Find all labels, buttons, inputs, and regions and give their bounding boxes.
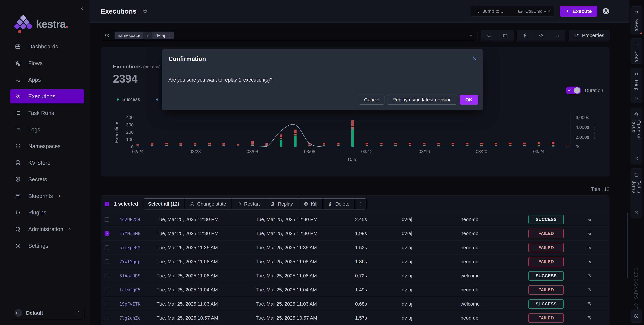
sidebar-item-dashboards[interactable]: Dashboards [0, 38, 89, 55]
flow-cell: neon-db [460, 259, 519, 265]
legend-item-success[interactable]: Success [117, 97, 140, 102]
table-row[interactable]: 2YWIYggpTue, Mar 25, 2025 11:08 AMTue, M… [101, 255, 609, 269]
save-filter-button[interactable] [497, 30, 513, 41]
sidebar-item-task-runs[interactable]: Task Runs [0, 105, 89, 121]
table-row[interactable]: 4c2UE284Tue, Mar 25, 2025 12:30 PMTue, M… [101, 212, 609, 226]
kestra-logo[interactable]: kestra. [15, 15, 68, 33]
trigger-off-button[interactable] [517, 30, 533, 41]
history-icon[interactable] [104, 33, 110, 38]
table-row[interactable]: 7lg2cnZcTue, Mar 25, 2025 10:57 AMTue, M… [101, 311, 609, 325]
status-badge: FAILED [528, 285, 564, 295]
flow-cell: neon-db [460, 245, 519, 250]
flow-cell: welcome [460, 301, 519, 307]
replay-latest-revision-button[interactable]: Replay using latest revision [387, 95, 457, 105]
table-row[interactable]: 1iYNmmM8Tue, Mar 25, 2025 12:30 PMTue, M… [101, 226, 609, 241]
bolt-off-icon [522, 33, 528, 38]
execution-id-link[interactable]: fclwfqC5 [119, 288, 157, 293]
properties-button[interactable]: Properties [569, 30, 610, 41]
sidebar-item-settings[interactable]: Settings [0, 238, 89, 254]
cancel-button[interactable]: Cancel [359, 95, 384, 105]
execution-id-link[interactable]: 4c2UE284 [119, 217, 157, 222]
sidebar-item-administration[interactable]: Administration [0, 221, 89, 238]
rail-tab-open-an-issue[interactable]: Open an Issue [630, 108, 642, 164]
execute-button[interactable]: Execute [560, 6, 598, 17]
row-checkbox[interactable] [104, 274, 109, 278]
row-checkbox[interactable] [104, 245, 109, 250]
table-row[interactable]: 3iAaaRDSTue, Mar 25, 2025 11:08 AMTue, M… [101, 269, 609, 283]
end-date-cell: Tue, Mar 25, 2025 11:04 AM [256, 287, 355, 293]
namespace-cell: dv-aj [402, 273, 460, 279]
execution-id-link[interactable]: 1iYNmmM8 [119, 231, 157, 236]
execution-logs-button[interactable] [587, 245, 592, 251]
filter-input[interactable]: namespace is dv-aj [101, 30, 478, 41]
table-row[interactable]: fclwfqC5Tue, Mar 25, 2025 11:04 AMTue, M… [101, 283, 609, 297]
rail-tab-docs[interactable]: Docs [630, 38, 642, 64]
notification-dot [640, 32, 643, 35]
table-row[interactable]: 5xlXpeRMTue, Mar 25, 2025 11:35 AMTue, M… [101, 241, 609, 255]
restart-button[interactable]: Restart [232, 198, 265, 209]
execution-logs-button[interactable] [587, 231, 592, 237]
execution-id-link[interactable]: 2YWIYggp [119, 259, 157, 264]
tenant-switcher[interactable]: DE Default [10, 306, 84, 320]
execution-logs-button[interactable] [587, 259, 592, 265]
row-checkbox[interactable] [104, 288, 109, 292]
chart-toggle-button[interactable] [549, 30, 565, 41]
filter-search-button[interactable] [481, 30, 497, 41]
row-checkbox[interactable] [104, 231, 109, 236]
execution-id-link[interactable]: 7lg2cnZc [119, 316, 157, 321]
sidebar-item-executions[interactable]: Executions [0, 88, 89, 105]
kill-button[interactable]: Kill [298, 198, 323, 209]
sidebar-item-logs[interactable]: Logs [0, 121, 89, 138]
sidebar-item-plugins[interactable]: Plugins [0, 204, 89, 221]
github-icon [634, 112, 639, 117]
execution-logs-button[interactable] [587, 217, 592, 222]
ok-button[interactable]: OK [460, 95, 478, 105]
execution-id-link[interactable]: 19pFvITK [119, 302, 157, 307]
rail-tab-label: Open an Issue [631, 120, 642, 153]
user-avatar[interactable] [602, 7, 610, 15]
sidebar-item-flows[interactable]: Flows [0, 55, 89, 71]
sidebar-item-apps[interactable]: Apps [0, 71, 89, 88]
row-checkbox[interactable] [104, 302, 109, 306]
sidebar-item-kv-store[interactable]: KV Store [0, 154, 89, 171]
delete-button[interactable]: Delete [323, 198, 355, 209]
execution-logs-button[interactable] [587, 301, 592, 307]
svg-text:0: 0 [131, 144, 134, 149]
tenant-badge: DE [14, 309, 22, 317]
rail-tab-help[interactable]: Help [630, 68, 642, 103]
execution-id-link[interactable]: 3iAaaRDS [119, 273, 157, 278]
theme-toggle-button[interactable] [630, 310, 642, 323]
sidebar-item-blueprints[interactable]: Blueprints [0, 188, 89, 204]
rail-tab-label: News [634, 19, 639, 31]
row-checkbox[interactable] [104, 260, 109, 264]
rail-tab-get-a-demo[interactable]: Get a demo [630, 168, 642, 218]
more-actions-button[interactable] [355, 198, 367, 209]
execution-logs-button[interactable] [587, 273, 592, 279]
sidebar-item-secrets[interactable]: Secrets [0, 171, 89, 188]
rail-tab-news[interactable]: News [630, 6, 642, 34]
execution-id-link[interactable]: 5xlXpeRM [119, 245, 157, 250]
status-badge: SUCCESS [528, 271, 564, 281]
change-state-button[interactable]: Change state [184, 198, 232, 209]
row-checkbox[interactable] [104, 316, 109, 320]
refresh-button[interactable] [533, 30, 549, 41]
calendar-icon [634, 172, 639, 177]
chip-remove-icon[interactable] [167, 33, 171, 37]
sidebar-item-namespaces[interactable]: Namespaces [0, 138, 89, 154]
duration-toggle[interactable] [566, 86, 581, 94]
replay-button[interactable]: Replay [265, 198, 298, 209]
favorite-star-icon[interactable] [142, 8, 148, 14]
sidebar-collapse-icon[interactable] [79, 6, 84, 11]
table-row[interactable]: 19pFvITKTue, Mar 25, 2025 11:03 AMTue, M… [101, 297, 609, 311]
select-all-12-button[interactable]: Select all (12) [143, 198, 184, 209]
sidebar-item-label: Settings [28, 243, 48, 249]
execution-logs-button[interactable] [587, 287, 592, 293]
chevron-down-icon[interactable] [469, 33, 474, 38]
row-checkbox[interactable] [104, 217, 109, 222]
close-icon[interactable] [472, 56, 477, 61]
select-all-checkbox[interactable] [104, 202, 109, 206]
scrollbar-thumb[interactable] [627, 213, 628, 278]
end-date-cell: Tue, Mar 25, 2025 10:57 AM [256, 315, 355, 321]
jump-to-search[interactable]: Jump to... Ctrl/Cmd + K [471, 6, 555, 16]
execution-logs-button[interactable] [587, 315, 592, 321]
